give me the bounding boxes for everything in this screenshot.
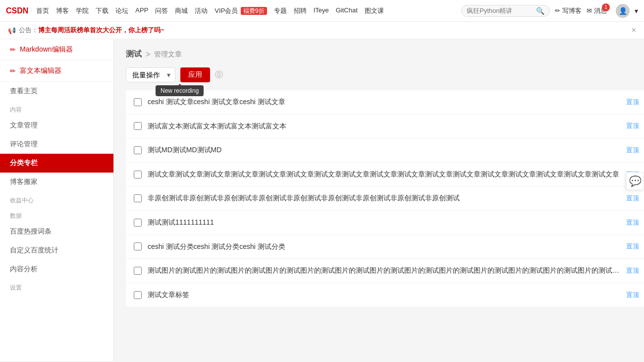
table-row: 测试文章标签 置顶 删除 — [126, 283, 644, 307]
nav-app[interactable]: APP — [135, 6, 148, 15]
announcement-bar: 📢 公告： 博主每周活跃榜单首次大公开，你上榜了吗~ × — [0, 22, 644, 39]
article-actions-2: 置顶 删除 — [626, 121, 644, 130]
nav-activity[interactable]: 活动 — [195, 6, 208, 15]
top-nav: CSDN 首页 博客 学院 下载 论坛 APP 问答 商城 活动 VIP会员 褔… — [0, 0, 644, 22]
main-content: 测试 > 管理文章 批量操作 应用 ⓪ New recording ceshi … — [114, 39, 644, 361]
vip-badge: 褔费9折 — [241, 7, 267, 15]
breadcrumb: 测试 > 管理文章 — [126, 49, 644, 60]
pin-button-7[interactable]: 置顶 — [626, 242, 639, 251]
nav-iteye[interactable]: ITeye — [314, 6, 329, 15]
nav-special[interactable]: 专题 — [274, 6, 287, 15]
table-row: 测试富文本测试富文本测试富文本测试富文本 置顶 删除 — [126, 115, 644, 139]
speaker-icon: 📢 — [8, 27, 16, 34]
sidebar-section-content: 内容 — [0, 101, 113, 116]
sidebar-item-blog-move[interactable]: 博客搬家 — [0, 173, 113, 191]
article-actions-8: 置顶 删除 — [626, 266, 644, 275]
sidebar-item-rich-editor[interactable]: ✏ 富文本编辑器 — [0, 60, 113, 82]
logo[interactable]: CSDN — [6, 6, 28, 15]
search-input[interactable] — [467, 7, 536, 14]
breadcrumb-current: 管理文章 — [154, 50, 182, 59]
article-actions-1: 置顶 删除 — [626, 98, 644, 107]
mail-icon: ✉ — [587, 7, 592, 14]
sidebar-item-baidu-hot[interactable]: 百度热搜词条 — [0, 222, 113, 241]
nav-vip[interactable]: VIP会员 褔费9折 — [215, 6, 267, 15]
nav-academy[interactable]: 学院 — [76, 6, 89, 15]
sidebar-item-content-analysis[interactable]: 内容分析 — [0, 260, 113, 279]
edit-icon: ✏ — [10, 67, 16, 75]
edit-icon: ✏ — [555, 7, 560, 14]
pin-button-5[interactable]: 置顶 — [626, 194, 639, 203]
table-row: 非原创测试非原创测试非原创测试非原创测试非原创测试非原创测试非原创测试非原创测试… — [126, 186, 644, 211]
article-checkbox-2[interactable] — [134, 122, 142, 130]
tooltip-new-recording: New recording — [156, 85, 204, 96]
announcement-prefix: 公告： — [19, 26, 38, 35]
nav-forum[interactable]: 论坛 — [115, 6, 128, 15]
batch-select-wrapper: 批量操作 — [126, 67, 175, 82]
sidebar: ✏ Markdown编辑器 ✏ 富文本编辑器 查看主页 内容 文章管理 评论管理… — [0, 39, 114, 361]
avatar[interactable]: 👤 — [616, 4, 630, 18]
table-row: 测试文章测试文章测试文章测试文章测试文章测试文章测试文章测试文章测试文章测试文章… — [126, 163, 644, 187]
article-title-9[interactable]: 测试文章标签 — [148, 290, 620, 300]
breadcrumb-home[interactable]: 测试 — [126, 49, 142, 60]
sidebar-section-settings: 设置 — [0, 279, 113, 294]
edit-icon: ✏ — [10, 46, 16, 54]
article-title-2[interactable]: 测试富文本测试富文本测试富文本测试富文本 — [148, 121, 620, 131]
avatar-dropdown-icon[interactable]: ▾ — [635, 7, 638, 15]
close-announcement-button[interactable]: × — [632, 26, 636, 35]
pin-button-6[interactable]: 置顶 — [626, 218, 639, 227]
nav-right: 🔍 ✏ 写博客 ✉ 消息 1 👤 ▾ — [461, 4, 638, 18]
nav-qa[interactable]: 问答 — [155, 6, 168, 15]
search-box: 🔍 — [461, 5, 550, 17]
nav-download[interactable]: 下载 — [96, 6, 108, 15]
article-actions-7: 置顶 删除 — [626, 242, 644, 251]
article-title-5[interactable]: 非原创测试非原创测试非原创测试非原创测试非原创测试非原创测试非原创测试非原创测试… — [148, 193, 620, 203]
sidebar-item-baidu-stats[interactable]: 自定义百度统计 — [0, 241, 113, 260]
sidebar-section-data: 数据 — [0, 207, 113, 222]
article-checkbox-4[interactable] — [134, 171, 142, 179]
article-checkbox-3[interactable] — [134, 146, 142, 154]
sidebar-item-view-home[interactable]: 查看主页 — [0, 82, 113, 101]
customer-service-icon: 💬 — [629, 175, 642, 187]
article-checkbox-7[interactable] — [134, 242, 142, 250]
article-title-6[interactable]: 测试测试1111111111 — [148, 218, 620, 228]
sidebar-item-category-column[interactable]: 分类专栏 — [0, 154, 113, 173]
sidebar-item-markdown-editor[interactable]: ✏ Markdown编辑器 — [0, 39, 113, 60]
article-title-4[interactable]: 测试文章测试文章测试文章测试文章测试文章测试文章测试文章测试文章测试文章测试文章… — [148, 170, 620, 180]
nav-blog[interactable]: 博客 — [56, 6, 69, 15]
help-icon[interactable]: ⓪ — [215, 70, 223, 80]
pin-button-2[interactable]: 置顶 — [626, 121, 639, 130]
pin-button-1[interactable]: 置顶 — [626, 98, 639, 107]
pin-button-9[interactable]: 置顶 — [626, 291, 639, 300]
float-customer-service-button[interactable]: 💬 — [626, 172, 644, 190]
article-checkbox-8[interactable] — [134, 267, 142, 275]
nav-recruit[interactable]: 招聘 — [294, 6, 307, 15]
announcement-link[interactable]: 博主每周活跃榜单首次大公开，你上榜了吗~ — [38, 26, 164, 35]
message-button[interactable]: ✉ 消息 1 — [587, 6, 607, 15]
article-actions-9: 置顶 删除 — [626, 291, 644, 300]
article-actions-3: 置顶 删除 — [626, 146, 644, 155]
article-checkbox-6[interactable] — [134, 219, 142, 227]
pin-button-3[interactable]: 置顶 — [626, 146, 639, 155]
apply-button[interactable]: 应用 — [180, 67, 210, 82]
article-title-1[interactable]: ceshi 测试文章ceshi 测试文章ceshi 测试文章 — [148, 97, 620, 107]
nav-gitchat[interactable]: GitChat — [336, 6, 358, 15]
search-icon[interactable]: 🔍 — [536, 7, 544, 15]
article-checkbox-9[interactable] — [134, 291, 142, 299]
article-title-8[interactable]: 测试图片的测试图片的测试图片的测试图片的测试图片的测试图片的测试图片的测试图片的… — [148, 266, 620, 276]
nav-home[interactable]: 首页 — [36, 6, 49, 15]
table-row: 测试MD测试MD测试MD 置顶 删除 — [126, 138, 644, 163]
pin-button-8[interactable]: 置顶 — [626, 266, 639, 275]
article-title-3[interactable]: 测试MD测试MD测试MD — [148, 145, 620, 155]
nav-tuwen[interactable]: 图文课 — [365, 6, 384, 15]
article-checkbox-5[interactable] — [134, 194, 142, 202]
article-title-7[interactable]: ceshi 测试分类ceshi 测试分类ceshi 测试分类 — [148, 242, 620, 252]
message-count-badge: 1 — [602, 3, 610, 11]
sidebar-item-article-management[interactable]: 文章管理 — [0, 116, 113, 135]
sidebar-item-comment-management[interactable]: 评论管理 — [0, 135, 113, 154]
toolbar: 批量操作 应用 ⓪ New recording — [126, 67, 644, 82]
article-checkbox-1[interactable] — [134, 98, 142, 106]
batch-operation-select[interactable]: 批量操作 — [126, 67, 175, 82]
write-button[interactable]: ✏ 写博客 — [555, 6, 582, 15]
nav-shop[interactable]: 商城 — [175, 6, 188, 15]
table-row: 测试图片的测试图片的测试图片的测试图片的测试图片的测试图片的测试图片的测试图片的… — [126, 259, 644, 283]
